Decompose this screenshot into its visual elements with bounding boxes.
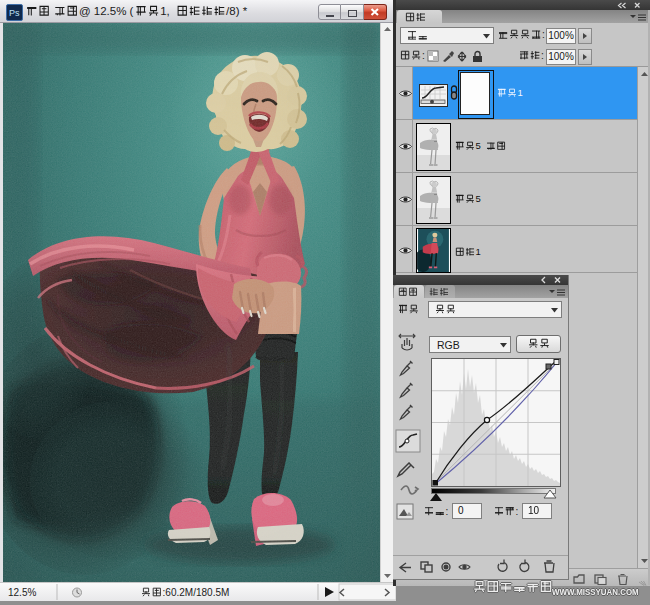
svg-text::60.2M/180.5M: :60.2M/180.5M: [163, 587, 230, 598]
svg-text:@ 12.5% (: @ 12.5% (: [79, 5, 134, 17]
svg-text::: :: [516, 506, 519, 517]
svg-text:Ps: Ps: [9, 8, 20, 18]
svg-text::: :: [446, 506, 449, 517]
svg-text::: :: [541, 50, 544, 61]
svg-text:1: 1: [476, 247, 481, 257]
svg-text:12.5%: 12.5%: [8, 587, 36, 598]
svg-text:1: 1: [518, 88, 523, 98]
svg-text:1,: 1,: [160, 5, 170, 17]
svg-text:5: 5: [476, 194, 481, 204]
svg-text:5: 5: [476, 141, 481, 151]
svg-text::: :: [542, 29, 545, 40]
svg-text:/8) *: /8) *: [226, 5, 248, 17]
